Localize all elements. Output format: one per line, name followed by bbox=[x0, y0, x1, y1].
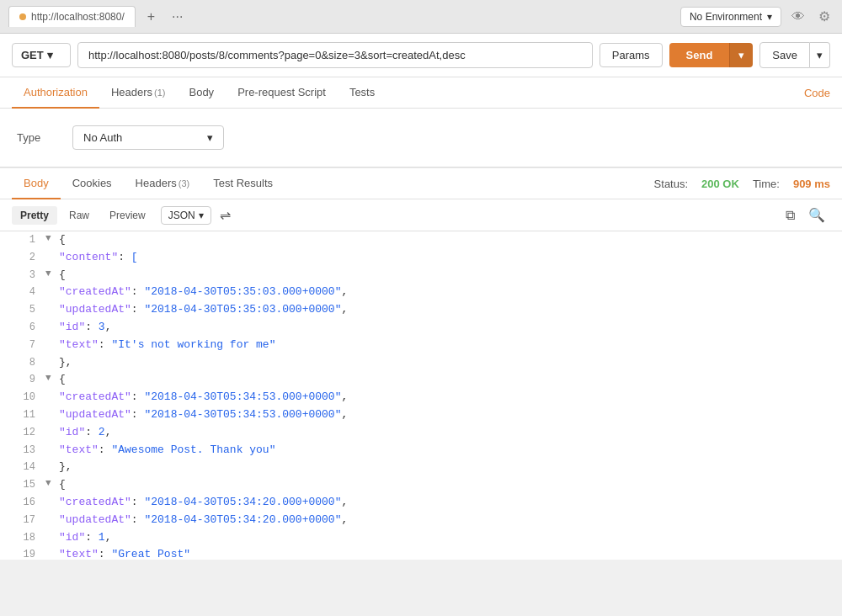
response-tab-cookies[interactable]: Cookies bbox=[61, 168, 124, 199]
tab-authorization[interactable]: Authorization bbox=[12, 77, 99, 109]
params-button[interactable]: Params bbox=[600, 43, 663, 67]
line-number: 4 bbox=[8, 284, 35, 300]
auth-type-value: No Auth bbox=[83, 131, 122, 144]
line-number: 19 bbox=[8, 546, 35, 560]
url-input[interactable] bbox=[77, 42, 593, 68]
environment-selector[interactable]: No Environment ▾ bbox=[680, 7, 781, 27]
line-number: 8 bbox=[8, 354, 35, 371]
copy-icon: ⧉ bbox=[786, 208, 795, 222]
line-number: 2 bbox=[8, 249, 35, 266]
json-line: 11 "updatedAt": "2018-04-30T05:34:53.000… bbox=[0, 406, 842, 424]
time-value: 909 ms bbox=[793, 178, 830, 190]
save-button[interactable]: Save bbox=[759, 42, 810, 68]
tab-body[interactable]: Body bbox=[177, 77, 226, 109]
type-label: Type bbox=[17, 131, 59, 144]
line-number: 5 bbox=[8, 301, 35, 318]
settings-icon-button[interactable]: ⚙ bbox=[815, 5, 834, 28]
line-number: 1 bbox=[8, 231, 35, 248]
json-line: 18 "id": 1, bbox=[0, 529, 842, 547]
line-number: 16 bbox=[8, 494, 35, 511]
search-icon: 🔍 bbox=[808, 208, 825, 222]
tab-more-button[interactable]: ··· bbox=[167, 8, 188, 26]
line-content: }, bbox=[59, 459, 72, 476]
tab-favicon-dot bbox=[19, 13, 26, 20]
json-viewer: 1▼{2 "content": [3▼ {4 "createdAt": "201… bbox=[0, 231, 842, 560]
line-content: "createdAt": "2018-04-30T05:34:53.000+00… bbox=[59, 389, 348, 406]
request-bar: GET ▾ Params Send ▾ Save ▾ bbox=[0, 34, 842, 77]
json-line: 8 }, bbox=[0, 354, 842, 372]
gear-icon: ⚙ bbox=[818, 9, 830, 24]
line-content: "id": 2, bbox=[59, 424, 111, 442]
response-tab-body[interactable]: Body bbox=[12, 168, 61, 199]
json-line: 15▼ { bbox=[0, 476, 842, 494]
line-number: 14 bbox=[8, 459, 35, 475]
line-toggle[interactable]: ▼ bbox=[45, 476, 56, 491]
tab-tests[interactable]: Tests bbox=[338, 77, 386, 109]
line-toggle[interactable]: ▼ bbox=[45, 371, 56, 386]
json-line: 19 "text": "Great Post" bbox=[0, 546, 842, 560]
send-dropdown-button[interactable]: ▾ bbox=[729, 43, 753, 67]
request-tabs-nav: Authorization Headers(1) Body Pre-reques… bbox=[0, 77, 842, 109]
json-line: 13 "text": "Awesome Post. Thank you" bbox=[0, 442, 842, 459]
line-number: 13 bbox=[8, 442, 35, 459]
auth-type-selector[interactable]: No Auth ▾ bbox=[72, 125, 224, 150]
browser-tab[interactable]: http://localhost:8080/ bbox=[8, 6, 136, 27]
json-line: 6 "id": 3, bbox=[0, 319, 842, 337]
code-link[interactable]: Code bbox=[804, 78, 830, 108]
tab-headers[interactable]: Headers(1) bbox=[99, 77, 178, 109]
line-number: 7 bbox=[8, 337, 35, 353]
line-number: 11 bbox=[8, 406, 35, 423]
wrap-button[interactable]: ⇌ bbox=[215, 204, 236, 226]
json-line: 2 "content": [ bbox=[0, 249, 842, 267]
method-selector[interactable]: GET ▾ bbox=[12, 43, 71, 67]
format-type-selector[interactable]: JSON ▾ bbox=[161, 206, 211, 225]
method-chevron-icon: ▾ bbox=[47, 49, 53, 61]
search-button[interactable]: 🔍 bbox=[803, 204, 830, 226]
line-content: "content": [ bbox=[59, 249, 138, 267]
status-value: 200 OK bbox=[701, 178, 739, 190]
status-label: Status: bbox=[654, 178, 688, 190]
eye-icon-button[interactable]: 👁 bbox=[788, 6, 808, 28]
response-status-area: Status: 200 OK Time: 909 ms bbox=[654, 178, 830, 190]
tab-url-label: http://localhost:8080/ bbox=[31, 11, 125, 23]
line-toggle[interactable]: ▼ bbox=[45, 231, 56, 247]
eye-icon: 👁 bbox=[791, 9, 805, 24]
wrap-icon: ⇌ bbox=[220, 208, 231, 222]
line-number: 10 bbox=[8, 389, 35, 406]
response-tab-headers[interactable]: Headers(3) bbox=[124, 168, 202, 199]
json-line: 4 "createdAt": "2018-04-30T05:35:03.000+… bbox=[0, 284, 842, 301]
line-number: 3 bbox=[8, 267, 35, 284]
json-line: 12 "id": 2, bbox=[0, 424, 842, 442]
send-button[interactable]: Send bbox=[669, 43, 730, 67]
line-content: { bbox=[59, 476, 66, 494]
line-content: "text": "Great Post" bbox=[59, 546, 190, 560]
json-line: 1▼{ bbox=[0, 231, 842, 249]
line-content: }, bbox=[59, 354, 72, 372]
copy-button[interactable]: ⧉ bbox=[781, 204, 800, 226]
format-preview[interactable]: Preview bbox=[101, 206, 154, 225]
tab-pre-request-script[interactable]: Pre-request Script bbox=[226, 77, 338, 109]
new-tab-button[interactable]: + bbox=[142, 8, 160, 26]
save-dropdown-button[interactable]: ▾ bbox=[810, 42, 830, 68]
line-number: 9 bbox=[8, 371, 35, 388]
json-line: 5 "updatedAt": "2018-04-30T05:35:03.000+… bbox=[0, 301, 842, 319]
line-content: "text": "It's not working for me" bbox=[59, 337, 275, 354]
line-number: 18 bbox=[8, 529, 35, 546]
format-raw[interactable]: Raw bbox=[61, 206, 98, 225]
response-tabs-nav: Body Cookies Headers(3) Test Results Sta… bbox=[0, 167, 842, 199]
response-tab-test-results[interactable]: Test Results bbox=[201, 168, 285, 199]
line-toggle[interactable]: ▼ bbox=[45, 267, 56, 282]
send-group: Send ▾ bbox=[669, 43, 754, 67]
auth-type-chevron-icon: ▾ bbox=[207, 131, 213, 144]
save-group: Save ▾ bbox=[759, 42, 830, 68]
format-pretty[interactable]: Pretty bbox=[12, 206, 57, 225]
line-number: 17 bbox=[8, 512, 35, 528]
environment-label: No Environment bbox=[690, 11, 762, 23]
line-content: "updatedAt": "2018-04-30T05:35:03.000+00… bbox=[59, 301, 348, 319]
line-content: "id": 3, bbox=[59, 319, 111, 337]
line-content: { bbox=[59, 371, 66, 389]
json-line: 14 }, bbox=[0, 459, 842, 476]
json-line: 7 "text": "It's not working for me" bbox=[0, 337, 842, 354]
format-chevron-icon: ▾ bbox=[199, 210, 204, 221]
line-number: 15 bbox=[8, 476, 35, 493]
